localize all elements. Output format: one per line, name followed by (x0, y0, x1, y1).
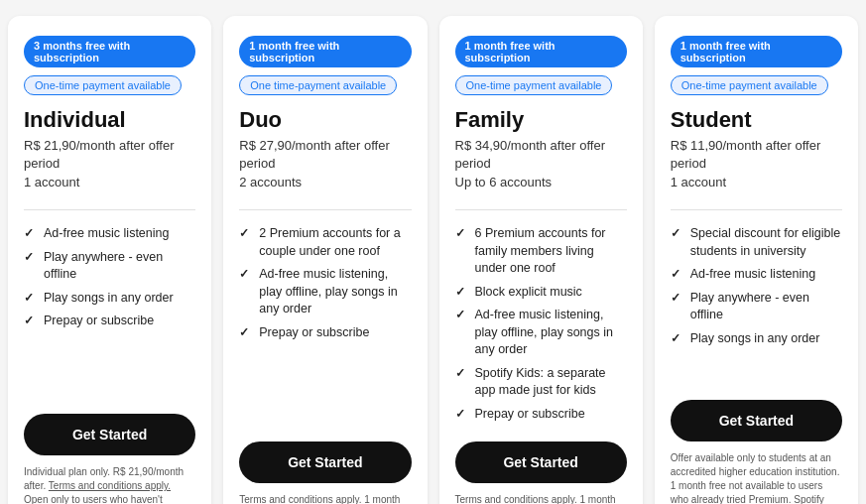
divider (24, 209, 195, 210)
plan-badge-payment: One-time payment available (455, 75, 613, 95)
feature-item: 6 Premium accounts for family members li… (455, 222, 627, 281)
plan-card-family: 1 month free with subscriptionOne-time p… (439, 16, 643, 504)
plan-name: Student (671, 107, 842, 133)
divider (239, 209, 411, 210)
feature-item: Prepay or subscribe (24, 310, 195, 333)
feature-item: Ad-free music listening (671, 263, 842, 287)
pricing-cards: 3 months free with subscriptionOne-time … (8, 16, 858, 504)
plan-footnote: Terms and conditions apply. 1 month free… (239, 493, 411, 504)
terms-link[interactable]: Terms and conditions apply. (455, 494, 577, 504)
features-list: 2 Premium accounts for a couple under on… (239, 222, 411, 426)
feature-item: Special discount for eligible students i… (671, 222, 842, 263)
features-list: Ad-free music listeningPlay anywhere - e… (24, 222, 195, 398)
feature-item: Play songs in any order (671, 327, 842, 351)
feature-item: Block explicit music (455, 281, 627, 305)
plan-badge-top: 1 month free with subscription (239, 36, 411, 67)
plan-badge-top: 1 month free with subscription (455, 36, 627, 67)
plan-accounts: 1 account (671, 175, 842, 189)
feature-item: Ad-free music listening, play offline, p… (239, 263, 411, 321)
plan-name: Duo (239, 107, 411, 133)
plan-footnote: Offer available only to students at an a… (671, 451, 842, 504)
feature-item: Ad-free music listening, play offline, p… (455, 304, 627, 362)
plan-accounts: 2 accounts (239, 175, 411, 189)
terms-link[interactable]: Terms and conditions apply. (49, 480, 171, 491)
get-started-button-family[interactable]: Get Started (455, 441, 627, 483)
plan-price: R$ 34,90/month after offer period (455, 137, 627, 173)
plan-name: Individual (24, 107, 195, 133)
get-started-button-duo[interactable]: Get Started (239, 441, 411, 483)
plan-card-student: 1 month free with subscriptionOne-time p… (655, 16, 858, 504)
plan-footnote: Terms and conditions apply. 1 month free… (455, 493, 627, 504)
plan-card-duo: 1 month free with subscriptionOne time-p… (223, 16, 427, 504)
plan-badge-payment: One time-payment available (239, 75, 397, 95)
plan-price: R$ 21,90/month after offer period (24, 137, 195, 173)
plan-badge-top: 3 months free with subscription (24, 36, 195, 67)
features-list: 6 Premium accounts for family members li… (455, 222, 627, 426)
plan-accounts: 1 account (24, 175, 195, 189)
feature-item: Prepay or subscribe (455, 403, 627, 427)
plan-price: R$ 27,90/month after offer period (239, 137, 411, 173)
plan-badge-payment: One-time payment available (24, 75, 182, 95)
plan-price: R$ 11,90/month after offer period (671, 137, 842, 173)
divider (671, 209, 842, 210)
plan-badge-payment: One-time payment available (671, 75, 828, 95)
feature-item: Prepay or subscribe (239, 321, 411, 345)
feature-item: 2 Premium accounts for a couple under on… (239, 222, 411, 263)
get-started-button-student[interactable]: Get Started (671, 400, 842, 441)
plan-badge-top: 1 month free with subscription (671, 36, 842, 67)
get-started-button-individual[interactable]: Get Started (24, 414, 195, 455)
feature-item: Play anywhere - even offline (24, 246, 195, 287)
divider (455, 209, 627, 210)
features-list: Special discount for eligible students i… (671, 222, 842, 384)
feature-item: Play anywhere - even offline (671, 287, 842, 327)
feature-item: Ad-free music listening (24, 222, 195, 246)
feature-item: Play songs in any order (24, 287, 195, 311)
plan-footnote: Individual plan only. R$ 21,90/month aft… (24, 465, 195, 504)
plan-name: Family (455, 107, 627, 133)
terms-link[interactable]: Terms and conditions apply. (239, 494, 361, 504)
plan-accounts: Up to 6 accounts (455, 175, 627, 189)
feature-item: Spotify Kids: a separate app made just f… (455, 362, 627, 403)
plan-card-individual: 3 months free with subscriptionOne-time … (8, 16, 211, 504)
